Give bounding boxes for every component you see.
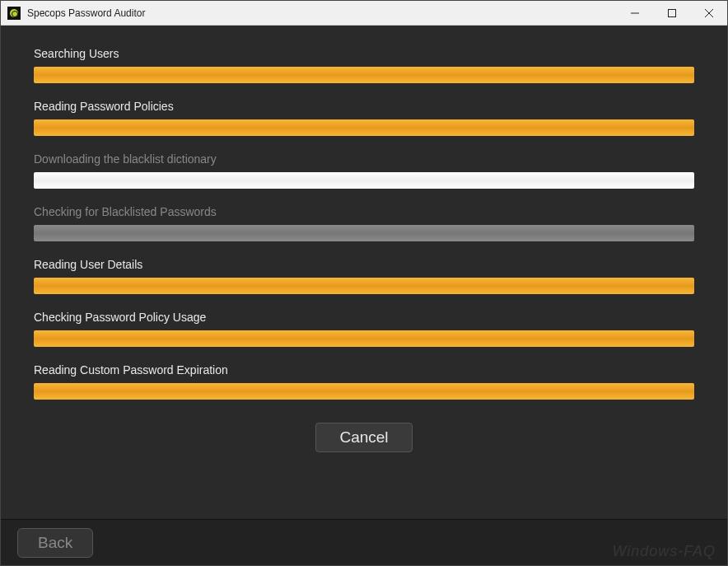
progress-fill — [34, 383, 694, 400]
window-controls — [616, 1, 727, 25]
task-row: Checking Password Policy Usage — [34, 311, 694, 347]
progress-bar — [34, 278, 694, 294]
progress-fill — [34, 67, 694, 83]
progress-fill — [34, 278, 694, 294]
progress-bar — [34, 225, 694, 241]
task-row: Reading User Details — [34, 258, 694, 294]
back-button[interactable]: Back — [17, 528, 93, 558]
progress-bar — [34, 119, 694, 136]
app-window: Specops Password Auditor Searching Users… — [0, 0, 728, 566]
progress-bar — [34, 383, 694, 400]
footer: Back Windows-FAQ — [1, 519, 727, 565]
progress-fill — [34, 330, 694, 347]
progress-bar — [34, 67, 694, 83]
content-area: Searching UsersReading Password Policies… — [1, 26, 727, 565]
task-row: Searching Users — [34, 47, 694, 83]
progress-fill — [34, 225, 694, 241]
progress-bar — [34, 330, 694, 347]
titlebar: Specops Password Auditor — [1, 1, 727, 26]
svg-rect-1 — [668, 9, 675, 16]
task-label: Checking for Blacklisted Passwords — [34, 205, 694, 218]
task-label: Reading Custom Password Expiration — [34, 363, 694, 377]
maximize-button[interactable] — [653, 1, 690, 25]
task-row: Reading Custom Password Expiration — [34, 363, 694, 400]
task-row: Checking for Blacklisted Passwords — [34, 205, 694, 241]
app-icon — [7, 7, 21, 20]
window-title: Specops Password Auditor — [27, 7, 616, 19]
task-label: Downloading the blacklist dictionary — [34, 152, 694, 166]
progress-fill — [34, 119, 694, 136]
minimize-button[interactable] — [616, 1, 653, 25]
progress-fill — [34, 172, 694, 189]
progress-bar — [34, 172, 694, 189]
task-label: Checking Password Policy Usage — [34, 311, 694, 324]
task-label: Reading User Details — [34, 258, 694, 271]
task-row: Reading Password Policies — [34, 100, 694, 136]
close-button[interactable] — [690, 1, 727, 25]
watermark: Windows-FAQ — [612, 543, 716, 560]
task-label: Reading Password Policies — [34, 100, 694, 113]
task-label: Searching Users — [34, 47, 694, 60]
task-row: Downloading the blacklist dictionary — [34, 152, 694, 189]
cancel-button[interactable]: Cancel — [315, 423, 412, 452]
cancel-row: Cancel — [34, 423, 694, 452]
